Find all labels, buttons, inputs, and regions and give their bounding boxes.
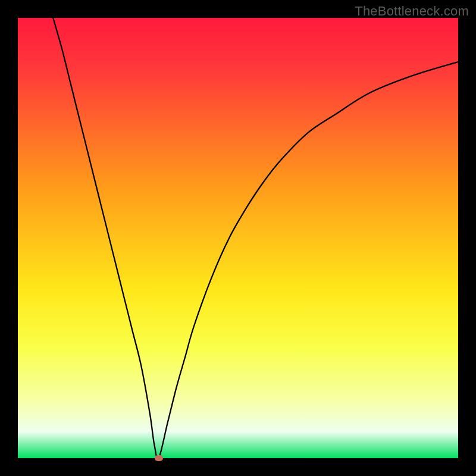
attribution-text: TheBottleneck.com	[355, 4, 469, 19]
optimal-marker	[155, 455, 163, 461]
bottleneck-curve	[18, 18, 458, 458]
plot-area	[18, 18, 458, 458]
